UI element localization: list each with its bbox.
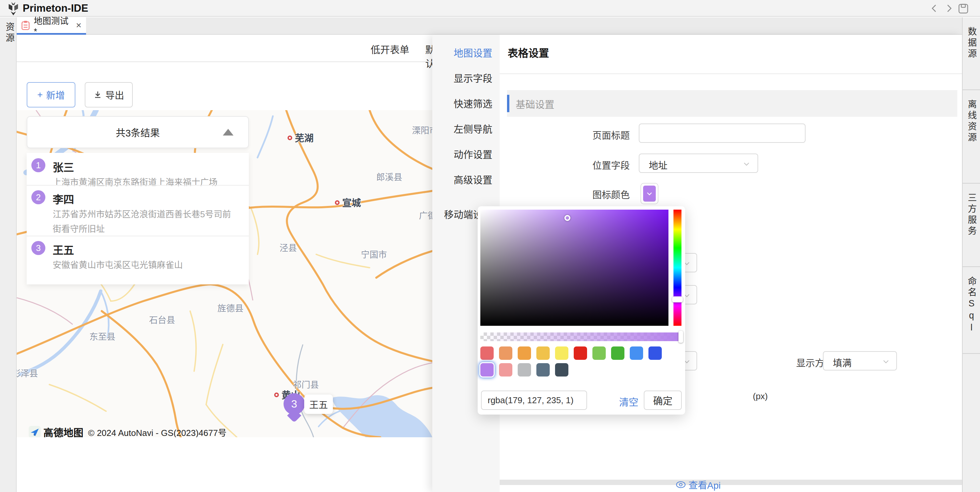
map-label: 石台县 (149, 313, 175, 326)
display-mode-select[interactable]: 填满 (823, 351, 897, 371)
preset-swatch[interactable] (574, 347, 587, 360)
item-address: 江苏省苏州市姑苏区沧浪街道西善长巷5号司前街看守所旧址 (53, 207, 240, 236)
eye-icon (676, 481, 686, 488)
pin-number: 3 (283, 393, 305, 415)
map-label: 溧阳市 (412, 123, 432, 136)
preset-swatch[interactable] (499, 347, 512, 360)
dock-spacer (963, 353, 980, 492)
dock-item-named-sql[interactable]: 命名Sql (963, 266, 980, 353)
page-title-input[interactable] (639, 123, 805, 143)
save-icon[interactable] (958, 3, 969, 14)
dock-item-offline-resources[interactable]: 离线资源 (963, 89, 980, 183)
clear-button[interactable]: 清空 (619, 395, 638, 409)
nav-item-map-settings[interactable]: 地图设置 (453, 45, 492, 59)
panel-title: 表格设置 (508, 45, 549, 60)
collapse-triangle-icon[interactable] (223, 129, 234, 136)
export-button[interactable]: 导出 (85, 82, 133, 107)
value-gradient (480, 209, 668, 326)
preset-swatch[interactable] (555, 363, 568, 377)
nav-forward-icon[interactable] (945, 4, 953, 13)
toolbar-divider (17, 61, 432, 62)
preset-swatch[interactable] (536, 347, 550, 360)
icon-color-swatch-button[interactable] (640, 183, 659, 204)
item-number-badge: 2 (31, 190, 45, 204)
nav-item-display-fields[interactable]: 显示字段 (453, 71, 492, 85)
chevron-down-icon (882, 358, 889, 365)
preset-swatches-row2 (480, 363, 574, 377)
preset-swatch[interactable] (592, 347, 606, 360)
form-document-icon (21, 20, 30, 30)
preset-swatch[interactable] (630, 347, 643, 360)
nav-back-icon[interactable] (930, 4, 939, 13)
toolbar-item-lowcode-form[interactable]: 低开表单 (371, 42, 409, 56)
dock-item-thirdparty-services[interactable]: 三方服务 (963, 183, 980, 266)
nav-item-quick-filter[interactable]: 快速筛选 (453, 96, 492, 110)
sidebar-item-resources[interactable]: 资源 (3, 22, 16, 44)
preset-swatch[interactable] (536, 363, 550, 377)
confirm-button[interactable]: 确定 (644, 391, 682, 410)
export-download-icon (94, 91, 102, 99)
preset-swatch[interactable] (611, 347, 624, 360)
list-item[interactable]: 3 王五 安徽省黄山市屯溪区屯光镇麻雀山 (27, 241, 249, 284)
preset-swatch-selected[interactable] (480, 363, 494, 377)
map-pin-3[interactable]: 3 (283, 393, 305, 421)
page-toolbar: 低开表单 默认 (17, 35, 432, 62)
left-sidebar: 资源 (0, 18, 17, 492)
icon-color-swatch (643, 185, 656, 201)
view-api-link[interactable]: 查看Api (676, 478, 721, 491)
map-label: 广德市 (419, 209, 432, 221)
location-field-label: 位置字段 (592, 158, 630, 172)
color-value-input[interactable]: rgba(179, 127, 235, 1) (481, 391, 587, 410)
plus-icon: + (37, 89, 43, 100)
pin-callout-label[interactable]: 王五 (304, 395, 333, 414)
list-divider (27, 185, 249, 185)
tab-label: 地图测试* (34, 14, 70, 37)
page-title-label: 页面标题 (592, 128, 630, 142)
amap-brand: 高德地图 (43, 425, 83, 437)
hue-handle[interactable] (672, 296, 683, 302)
preset-swatch[interactable] (518, 363, 531, 377)
title-bar: Primeton-IDE (0, 0, 980, 17)
preset-swatch[interactable] (648, 347, 662, 360)
item-address: 安徽省黄山市屯溪区屯光镇麻雀山 (53, 258, 240, 272)
results-summary-bar[interactable]: 共3条结果 (27, 116, 249, 148)
chevron-down-icon (743, 160, 750, 168)
display-mode-value: 填满 (833, 356, 851, 369)
alpha-slider[interactable] (480, 332, 683, 341)
alpha-handle[interactable] (678, 331, 683, 343)
preset-swatch[interactable] (499, 363, 512, 377)
dock-item-datasource[interactable]: 数据源 (963, 18, 980, 89)
section-header: 基础设置 (507, 90, 957, 117)
map-label: 芜湖 (295, 131, 313, 144)
preset-swatch[interactable] (555, 347, 568, 360)
list-item[interactable]: 2 李四 江苏省苏州市姑苏区沧浪街道西善长巷5号司前街看守所旧址 (27, 190, 249, 240)
hue-slider[interactable] (673, 209, 681, 326)
nav-item-advanced-settings[interactable]: 高级设置 (453, 172, 492, 186)
results-list: 1 张三 上海市黄浦区南京东路街道上海来福士广场 2 李四 江苏省苏州市姑苏区沧… (27, 153, 249, 284)
add-button[interactable]: + 新增 (27, 82, 75, 107)
nav-item-action-settings[interactable]: 动作设置 (453, 147, 492, 161)
location-field-select[interactable]: 地址 (639, 153, 758, 173)
tab-close-icon[interactable]: × (76, 20, 81, 31)
amap-logo-icon (29, 426, 41, 437)
app-title: Primeton-IDE (23, 2, 88, 14)
map-label: 旌德县 (218, 302, 243, 314)
attribution-text: © 2024 AutoNavi - GS(2023)4677号 (88, 426, 226, 438)
map-label: 郎溪县 (376, 170, 402, 182)
saturation-area[interactable] (480, 209, 668, 326)
map-label: 宁国市 (361, 248, 387, 260)
tab-bar: 地图测试* × (17, 18, 962, 35)
preset-swatch[interactable] (518, 347, 531, 360)
saturation-cursor[interactable] (565, 215, 570, 221)
tab-map-test[interactable]: 地图测试* × (17, 18, 86, 35)
color-picker-popup: rgba(179, 127, 235, 1) 清空 确定 (478, 206, 685, 415)
item-name: 王五 (53, 242, 74, 257)
footer-divider (500, 480, 962, 485)
list-divider (27, 236, 249, 236)
item-name: 李四 (53, 191, 74, 206)
map-attribution: 高德地图 © 2024 AutoNavi - GS(2023)4677号 (29, 425, 226, 437)
nav-item-left-nav[interactable]: 左侧导航 (453, 121, 492, 136)
item-name: 张三 (53, 159, 74, 174)
preset-swatch[interactable] (480, 347, 494, 360)
location-field-value: 地址 (649, 158, 667, 172)
